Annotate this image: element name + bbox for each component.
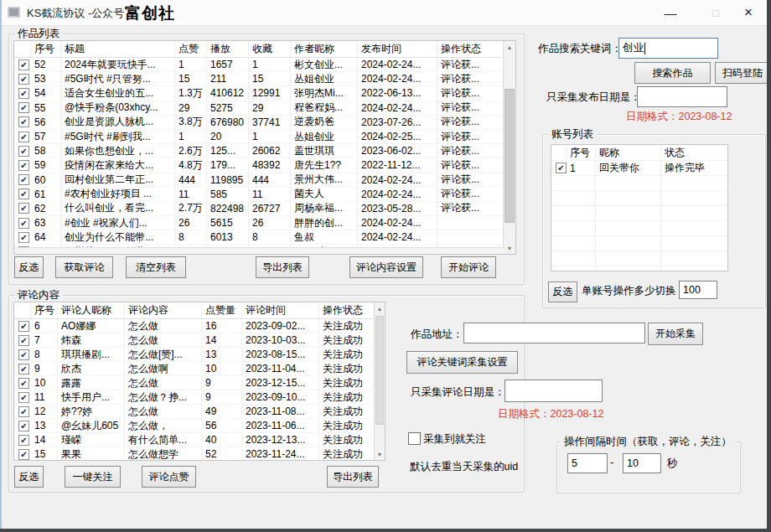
row-checkbox[interactable]: ✔: [18, 132, 29, 142]
start-collect-button[interactable]: 开始采集: [648, 323, 703, 345]
table-row[interactable]: ✔7炜森怎么做142023-10-03...关注成功: [14, 333, 375, 348]
row-checkbox[interactable]: ✔: [18, 449, 29, 460]
works-invert-button[interactable]: 反选: [14, 256, 44, 278]
like-comments-button[interactable]: 评论点赞: [142, 466, 196, 488]
row-checkbox[interactable]: ✔: [18, 378, 29, 389]
export-comments-button[interactable]: 导出列表: [327, 466, 379, 488]
table-row[interactable]: ✔8琪琪播剧...怎么做[赞]...132023-08-15...关注成功: [14, 348, 375, 362]
column-header: 序号: [567, 145, 596, 160]
row-checkbox[interactable]: ✔: [18, 321, 29, 332]
cell-seq: 7: [31, 333, 58, 347]
row-checkbox[interactable]: ✔: [18, 203, 29, 214]
row-checkbox[interactable]: ✔: [18, 349, 29, 360]
comment-date-input[interactable]: [505, 380, 603, 402]
row-checkbox[interactable]: ✔: [18, 435, 29, 446]
table-row[interactable]: ✔10露露怎么做92023-12-15...关注成功: [14, 376, 375, 390]
table-row[interactable]: ✔59疫情闲在家来给大...4.8万179...48392唐先生1??2022-…: [14, 158, 504, 173]
row-checkbox[interactable]: ✔: [18, 102, 29, 113]
row-checkbox[interactable]: ✔: [18, 392, 29, 403]
row-checkbox[interactable]: ✔: [18, 88, 29, 99]
table-row[interactable]: ✔58如果你也想创业，...2.6万125...26062盖世琪琪2023-06…: [14, 144, 504, 158]
cell-nick: [596, 251, 661, 266]
table-row[interactable]: ✔64创业为什么不能带...860138鱼叔2024-02-24...: [14, 230, 504, 245]
table-row[interactable]: [551, 221, 727, 236]
table-row[interactable]: ✔62什么叫创业，看完...2.7万82249826727周杨幸福...2023…: [14, 202, 504, 216]
table-row[interactable]: ✔63#创业 #祝家人们...26561526胖胖的创...2024-02-24…: [14, 216, 504, 230]
maximize-button[interactable]: □: [701, 0, 731, 25]
row-checkbox[interactable]: ✔: [18, 160, 29, 171]
row-checkbox[interactable]: ✔: [18, 218, 29, 229]
scroll-up-icon[interactable]: ▲: [504, 41, 515, 53]
interval-from-input[interactable]: 5: [567, 453, 608, 473]
row-checkbox[interactable]: ✔: [18, 146, 29, 157]
table-row[interactable]: ✔56创业是资源人脉机...3.8万67698037741逆袭奶爸2023-07…: [14, 116, 504, 130]
clear-list-button[interactable]: 清空列表: [126, 256, 186, 278]
table-row[interactable]: ✔9欣杰怎么做啊102023-11-04...关注成功: [14, 362, 375, 376]
minimize-button[interactable]: —: [655, 0, 686, 25]
table-row[interactable]: ✔61#农村创业好项目 ...1158511菌夫人2024-02-24...评论…: [14, 188, 504, 202]
row-checkbox[interactable]: ✔: [556, 163, 567, 173]
row-checkbox[interactable]: ✔: [18, 335, 29, 346]
row-checkbox[interactable]: ✔: [18, 364, 29, 374]
scrollbar-thumb[interactable]: [375, 316, 384, 425]
row-checkbox[interactable]: ✔: [18, 116, 29, 127]
cell-likes: 444: [175, 173, 207, 187]
fetch-comments-button[interactable]: 获取评论: [55, 256, 113, 278]
start-comment-button[interactable]: 开始评论: [441, 256, 496, 278]
row-checkbox[interactable]: ✔: [18, 189, 29, 199]
table-row[interactable]: ✔1回关带你操作完毕: [551, 161, 727, 176]
table-row[interactable]: [551, 236, 727, 251]
follow-all-button[interactable]: 一键关注: [65, 466, 121, 488]
table-row[interactable]: ✔13@幺妹儿605怎么做，562023-11-06...关注成功: [14, 419, 375, 433]
accounts-invert-button[interactable]: 反选: [548, 281, 577, 302]
comments-vertical-scrollbar[interactable]: ▲ ▼: [374, 302, 385, 460]
table-row[interactable]: ✔55@快手粉条(03xhcy...29527529程爸程妈...2024-02…: [14, 101, 504, 116]
close-button[interactable]: ×: [732, 0, 764, 25]
table-row[interactable]: [551, 176, 727, 191]
cell-seq: 61: [31, 188, 61, 201]
scroll-up-icon[interactable]: ▲: [375, 302, 385, 314]
table-row[interactable]: ✔54适合女生创业的五...1.3万41061212991张明杰Mi...202…: [14, 86, 504, 101]
table-row[interactable]: [551, 206, 727, 221]
search-works-button[interactable]: 搜索作品: [634, 62, 711, 84]
table-row[interactable]: ✔15果果怎么做想学522023-11-24...关注成功: [14, 447, 375, 460]
scroll-down-icon[interactable]: ▼: [504, 242, 515, 254]
search-keyword-input[interactable]: 创业: [618, 38, 718, 59]
row-checkbox[interactable]: ✔: [18, 59, 29, 70]
cell-favs: 26062: [249, 144, 291, 158]
account-switch-input[interactable]: 100: [679, 281, 717, 299]
comments-invert-button[interactable]: 反选: [14, 466, 44, 488]
interval-to-input[interactable]: 10: [623, 453, 661, 473]
row-checkbox[interactable]: ✔: [18, 232, 29, 243]
qr-login-button[interactable]: 扫码登陆: [715, 62, 767, 84]
cell-status: 关注成功: [319, 405, 375, 418]
table-row[interactable]: ✔57#5G时代 #刷到我...1201丛姐创业2024-02-25...评论获…: [14, 130, 504, 144]
cell-likes: 8: [175, 230, 207, 244]
table-row[interactable]: ✔53#5G时代 #只管努...1521115丛姐创业2024-02-24...…: [14, 72, 504, 86]
table-row[interactable]: ✔522024年就要玩快手...116571彬文创业...2024-02-24.…: [14, 58, 504, 72]
works-horizontal-scrollbar[interactable]: [14, 247, 504, 254]
table-row[interactable]: ✔12婷??婷怎么做492023-11-08...关注成功: [14, 405, 375, 419]
row-checkbox[interactable]: ✔: [18, 174, 29, 185]
table-row[interactable]: ✔6AO娜娜怎么做162023-09-02...关注成功: [14, 319, 375, 333]
keyword-collect-settings-button[interactable]: 评论关键词采集设置: [406, 351, 518, 374]
table-row[interactable]: [551, 191, 727, 206]
table-row[interactable]: ✔14瑾嵘有什么简单...402023-12-13...关注成功: [14, 433, 375, 447]
table-row[interactable]: ✔11快手用户...怎么做？挣...92023-09-10...关注成功: [14, 390, 375, 405]
follow-on-collect-checkbox[interactable]: [408, 432, 421, 445]
row-checkbox[interactable]: ✔: [18, 74, 29, 85]
works-vertical-scrollbar[interactable]: ▲ ▼: [503, 41, 515, 254]
row-checkbox[interactable]: ✔: [18, 406, 29, 417]
row-checkbox[interactable]: ✔: [18, 421, 29, 431]
export-works-button[interactable]: 导出列表: [256, 256, 309, 278]
publish-date-input[interactable]: [637, 86, 727, 107]
scrollbar-thumb[interactable]: [505, 89, 515, 223]
work-url-input[interactable]: [463, 323, 645, 343]
scroll-down-icon[interactable]: ▼: [375, 448, 385, 460]
table-row[interactable]: [551, 251, 727, 266]
comment-content-settings-button[interactable]: 评论内容设置: [349, 256, 423, 278]
cell-likes: 2.7万: [175, 202, 207, 215]
cell-likes: 11: [175, 188, 207, 201]
table-row[interactable]: [551, 266, 727, 271]
table-row[interactable]: ✔60回村创业第二年正...444119895444景州大伟...2024-02…: [14, 173, 504, 188]
